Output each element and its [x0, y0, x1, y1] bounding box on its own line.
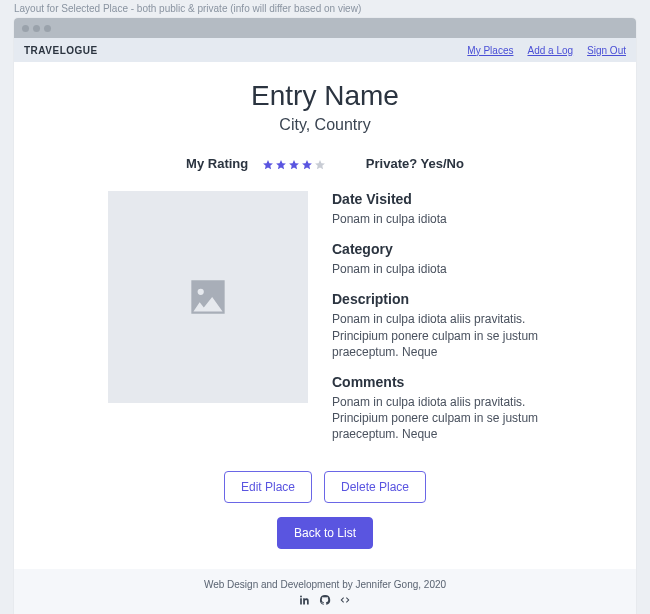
entry-title: Entry Name	[74, 80, 576, 112]
main-content: Entry Name City, Country My Rating Priva…	[14, 62, 636, 569]
window-dot-icon	[44, 25, 51, 32]
nav-sign-out[interactable]: Sign Out	[587, 45, 626, 56]
rating-block: My Rating	[186, 156, 326, 171]
comments-value: Ponam in culpa idiota aliis pravitatis. …	[332, 394, 542, 443]
date-visited-label: Date Visited	[332, 191, 542, 207]
date-visited-value: Ponam in culpa idiota	[332, 211, 542, 227]
star-icon	[275, 159, 287, 171]
github-icon[interactable]	[319, 594, 331, 608]
delete-place-button[interactable]: Delete Place	[324, 471, 426, 503]
star-icon	[262, 159, 274, 171]
edit-place-button[interactable]: Edit Place	[224, 471, 312, 503]
rating-stars	[262, 159, 326, 171]
window-dot-icon	[22, 25, 29, 32]
footer-text: Web Design and Development by Jennifer G…	[14, 579, 636, 590]
top-nav: TRAVELOGUE My Places Add a Log Sign Out	[14, 38, 636, 62]
back-to-list-button[interactable]: Back to List	[277, 517, 373, 549]
entry-location: City, Country	[74, 116, 576, 134]
entry-image-placeholder	[108, 191, 308, 403]
entry-details: Date Visited Ponam in culpa idiota Categ…	[332, 191, 542, 443]
star-icon	[301, 159, 313, 171]
code-icon[interactable]	[339, 594, 351, 608]
star-icon	[288, 159, 300, 171]
nav-add-log[interactable]: Add a Log	[527, 45, 573, 56]
window-titlebar	[14, 18, 636, 38]
nav-my-places[interactable]: My Places	[467, 45, 513, 56]
window-dot-icon	[33, 25, 40, 32]
star-icon	[314, 159, 326, 171]
comments-label: Comments	[332, 374, 542, 390]
image-icon	[183, 272, 233, 322]
brand-logo: TRAVELOGUE	[24, 45, 98, 56]
app-window: TRAVELOGUE My Places Add a Log Sign Out …	[14, 18, 636, 614]
category-value: Ponam in culpa idiota	[332, 261, 542, 277]
description-label: Description	[332, 291, 542, 307]
linkedin-icon[interactable]	[299, 594, 311, 608]
category-label: Category	[332, 241, 542, 257]
private-label: Private? Yes/No	[366, 156, 464, 171]
rating-label: My Rating	[186, 156, 248, 171]
description-value: Ponam in culpa idiota aliis pravitatis. …	[332, 311, 542, 360]
page-annotation: Layout for Selected Place - both public …	[0, 0, 650, 18]
page-footer: Web Design and Development by Jennifer G…	[14, 569, 636, 615]
